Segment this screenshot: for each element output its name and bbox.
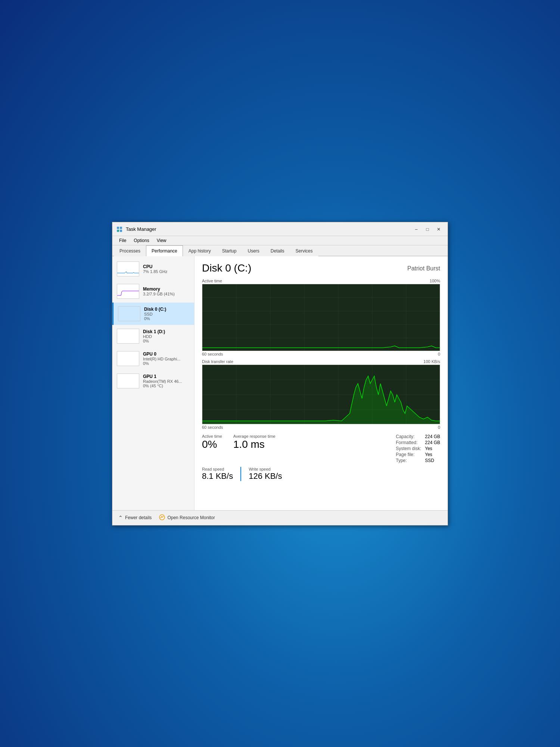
chart1-footer-right: 0: [438, 352, 440, 356]
cpu-label: CPU: [143, 264, 167, 269]
memory-label: Memory: [143, 286, 175, 292]
tab-processes[interactable]: Processes: [114, 245, 146, 256]
write-speed-label: Write speed: [249, 467, 282, 471]
capacity-key: Capacity:: [396, 434, 421, 439]
svg-rect-3: [120, 230, 122, 232]
menu-options[interactable]: Options: [130, 237, 153, 244]
disk1-sub2: 0%: [143, 339, 165, 343]
sidebar-item-gpu1[interactable]: GPU 1 Radeon(TM) RX 46... 0% (45 °C): [112, 370, 194, 392]
disk0-label: Disk 0 (C:): [144, 307, 166, 312]
read-speed-label: Read speed: [202, 467, 233, 471]
task-manager-window: Task Manager – □ ✕ File Options View Pro…: [112, 222, 448, 526]
read-speed-value: 8.1 KB/s: [202, 471, 233, 481]
memory-thumbnail: [117, 284, 139, 299]
sidebar: CPU 7% 1.85 GHz Memory 3.2/7.9 GB (41%): [112, 256, 195, 510]
menu-file[interactable]: File: [115, 237, 130, 244]
detail-header: Disk 0 (C:) Patriot Burst: [202, 262, 440, 274]
system-disk-val: Yes: [425, 446, 440, 451]
app-icon: [116, 226, 123, 233]
svg-rect-7: [117, 329, 139, 343]
chart2-label: Disk transfer rate: [202, 359, 233, 364]
tab-app-history[interactable]: App history: [183, 245, 217, 256]
gpu0-label: GPU 0: [143, 351, 180, 357]
cpu-thumbnail: [117, 261, 139, 276]
svg-rect-10: [202, 284, 440, 351]
write-speed-value: 126 KB/s: [249, 471, 282, 481]
page-file-val: Yes: [425, 452, 440, 457]
detail-title: Disk 0 (C:): [202, 262, 251, 274]
gpu0-sub2: 0%: [143, 361, 180, 366]
chart2-footer-left: 60 seconds: [202, 425, 223, 430]
menu-bar: File Options View: [112, 236, 448, 245]
chart2-max: 100 KB/s: [423, 359, 440, 364]
chart1-label-row: Active time 100%: [202, 279, 440, 283]
svg-rect-6: [118, 307, 140, 321]
minimize-button[interactable]: –: [411, 225, 421, 233]
gpu1-thumbnail: [117, 374, 139, 388]
tab-startup[interactable]: Startup: [217, 245, 242, 256]
disk1-thumbnail: [117, 329, 139, 344]
fewer-details-label: Fewer details: [125, 515, 152, 520]
window-title: Task Manager: [126, 226, 411, 232]
tab-services[interactable]: Services: [290, 245, 318, 256]
avg-response-label: Average response time: [233, 434, 276, 438]
fewer-details-link[interactable]: ⌃ Fewer details: [118, 515, 152, 521]
page-file-key: Page file:: [396, 452, 421, 457]
type-key: Type:: [396, 458, 421, 463]
disk1-info: Disk 1 (D:) HDD 0%: [143, 329, 165, 343]
close-button[interactable]: ✕: [433, 225, 444, 233]
cpu-info: CPU 7% 1.85 GHz: [143, 264, 167, 274]
memory-info: Memory 3.2/7.9 GB (41%): [143, 286, 175, 296]
system-disk-key: System disk:: [396, 446, 421, 451]
type-val: SSD: [425, 458, 440, 463]
sidebar-item-memory[interactable]: Memory 3.2/7.9 GB (41%): [112, 280, 194, 303]
disk0-thumbnail: [118, 306, 140, 321]
open-resource-monitor-label: Open Resource Monitor: [167, 515, 215, 520]
memory-sub: 3.2/7.9 GB (41%): [143, 292, 175, 296]
chart1-footer: 60 seconds 0: [202, 352, 440, 356]
chart1-max: 100%: [430, 279, 440, 283]
chart2-label-row: Disk transfer rate 100 KB/s: [202, 359, 440, 364]
svg-rect-0: [117, 227, 119, 229]
sidebar-item-gpu0[interactable]: GPU 0 Intel(R) HD Graphi... 0%: [112, 347, 194, 370]
svg-rect-5: [117, 284, 139, 298]
gpu0-info: GPU 0 Intel(R) HD Graphi... 0%: [143, 351, 180, 366]
main-content: CPU 7% 1.85 GHz Memory 3.2/7.9 GB (41%): [112, 256, 448, 510]
chart1-footer-left: 60 seconds: [202, 352, 223, 356]
capacity-val: 224 GB: [425, 434, 440, 439]
sidebar-item-disk0[interactable]: Disk 0 (C:) SSD 0%: [112, 303, 194, 325]
active-time-label: Active time: [202, 434, 222, 438]
detail-panel: Disk 0 (C:) Patriot Burst Active time 10…: [195, 256, 448, 510]
title-bar: Task Manager – □ ✕: [112, 222, 448, 236]
speed-row: Read speed 8.1 KB/s Write speed 126 KB/s: [202, 467, 440, 481]
tab-details[interactable]: Details: [265, 245, 290, 256]
footer-bar: ⌃ Fewer details Open Resource Monitor: [112, 510, 448, 525]
chevron-up-icon: ⌃: [118, 515, 123, 521]
read-speed-block: Read speed 8.1 KB/s: [202, 467, 241, 481]
disk0-sub1: SSD: [144, 312, 166, 316]
formatted-val: 224 GB: [425, 440, 440, 445]
sidebar-item-disk1[interactable]: Disk 1 (D:) HDD 0%: [112, 325, 194, 347]
svg-rect-1: [120, 227, 122, 229]
tab-bar: Processes Performance App history Startu…: [112, 245, 448, 256]
avg-response-value: 1.0 ms: [233, 438, 276, 450]
sidebar-item-cpu[interactable]: CPU 7% 1.85 GHz: [112, 258, 194, 280]
chart2-footer-right: 0: [438, 425, 440, 430]
maximize-button[interactable]: □: [422, 225, 433, 233]
active-time-value: 0%: [202, 438, 222, 450]
active-time-stat: Active time 0%: [202, 434, 222, 450]
svg-rect-9: [117, 374, 139, 388]
tab-users[interactable]: Users: [242, 245, 265, 256]
disk0-sub2: 0%: [144, 316, 166, 321]
gpu0-sub1: Intel(R) HD Graphi...: [143, 357, 180, 361]
chart2-footer: 60 seconds 0: [202, 425, 440, 430]
formatted-key: Formatted:: [396, 440, 421, 445]
tab-performance[interactable]: Performance: [146, 245, 183, 256]
menu-view[interactable]: View: [153, 237, 170, 244]
svg-rect-8: [117, 351, 139, 366]
transfer-rate-section: Disk transfer rate 100 KB/s: [202, 359, 440, 430]
active-time-section: Active time 100%: [202, 279, 440, 356]
open-resource-monitor-link[interactable]: Open Resource Monitor: [159, 514, 215, 521]
window-controls: – □ ✕: [411, 225, 444, 233]
gpu1-info: GPU 1 Radeon(TM) RX 46... 0% (45 °C): [143, 374, 182, 388]
